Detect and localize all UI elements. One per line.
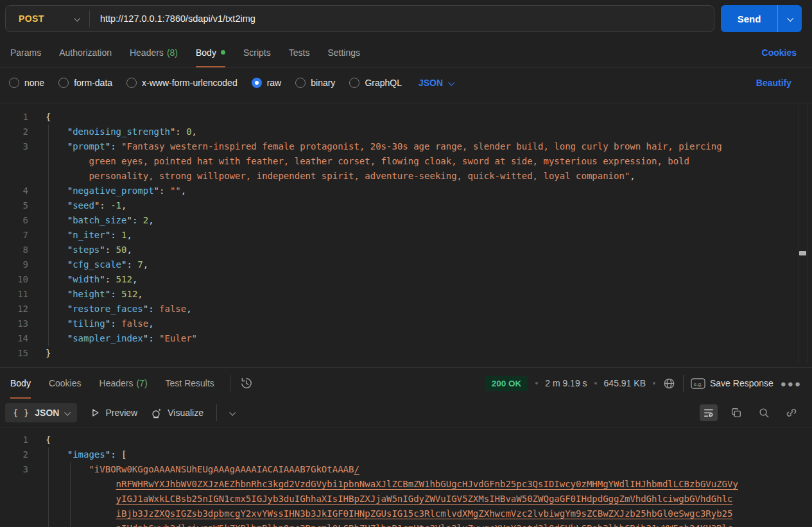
history-icon[interactable] (239, 376, 254, 390)
tab-label: Params (10, 48, 41, 58)
response-tab-headers[interactable]: Headers(7) (99, 368, 148, 399)
response-tab-body[interactable]: Body (10, 368, 31, 399)
response-tabs-list: BodyCookiesHeaders(7)Test Results (5, 368, 223, 399)
line-number: 3 (0, 462, 28, 477)
tab-settings[interactable]: Settings (327, 37, 360, 67)
save-response-label: Save Response (710, 378, 773, 388)
svg-text:e.g.: e.g. (694, 381, 702, 386)
tab-label: Headers (99, 378, 134, 388)
radio-icon (58, 78, 69, 88)
tab-label: Cookies (49, 378, 82, 388)
body-type-radio-binary[interactable]: binary (295, 78, 335, 88)
tab-headers[interactable]: Headers(8) (130, 37, 178, 67)
line-number: 1 (0, 110, 28, 125)
scrollbar-track[interactable] (799, 105, 808, 363)
code-content: "cfg_scale": 7, (28, 259, 148, 270)
tab-params[interactable]: Params (10, 37, 41, 67)
globe-icon[interactable] (662, 377, 676, 390)
chevron-down-icon[interactable] (229, 409, 236, 415)
response-tabs: BodyCookiesHeaders(7)Test Results 200 OK… (0, 368, 812, 399)
body-type-radio-x-www-form-urlencoded[interactable]: x-www-form-urlencoded (126, 78, 238, 88)
tab-authorization[interactable]: Authorization (59, 37, 112, 67)
request-body-editor[interactable]: 1{2 "denoising_strength": 0,3 "prompt": … (0, 103, 812, 367)
code-content: { (28, 112, 51, 122)
line-number: 13 (0, 316, 28, 331)
request-url-input[interactable]: http://127.0.0.1:7860/sdapi/v1/txt2img (90, 13, 255, 24)
radio-label: GraphQL (365, 78, 402, 88)
tab-label: Headers (130, 48, 164, 58)
response-view-actions (700, 404, 800, 421)
tab-label: Test Results (166, 378, 214, 388)
radio-label: x-www-form-urlencoded (142, 78, 238, 88)
copy-icon[interactable] (727, 404, 745, 421)
radio-icon (349, 78, 359, 88)
line-number: 6 (0, 213, 28, 228)
beautify-link[interactable]: Beautify (756, 78, 791, 88)
tab-label: Body (10, 378, 31, 388)
save-response-button[interactable]: e.g. Save Response (691, 378, 773, 389)
code-line: 2 "denoising_strength": 0, (0, 125, 812, 139)
save-example-icon: e.g. (691, 378, 705, 389)
visualize-button[interactable]: Visualize (150, 407, 203, 419)
line-number: 5 (0, 198, 28, 213)
body-type-radio-raw[interactable]: raw (252, 78, 282, 88)
chevron-down-icon (74, 15, 80, 21)
search-icon[interactable] (755, 404, 773, 421)
send-button[interactable]: Send (721, 5, 777, 32)
line-number: 1 (0, 433, 28, 447)
send-options-button[interactable] (777, 5, 802, 32)
code-line: yIGJ1aWxkLCBsb25nIGN1cmx5IGJyb3duIGhhaXI… (0, 492, 812, 506)
code-content: "width": 512, (28, 274, 137, 284)
scrollbar-thumb[interactable] (799, 251, 806, 255)
request-tabs: ParamsAuthorizationHeaders(8)BodyScripts… (0, 37, 812, 68)
method-selector[interactable]: POST (6, 13, 89, 24)
tab-tests[interactable]: Tests (289, 37, 310, 67)
code-line: 1{ (0, 110, 812, 125)
more-options-icon[interactable]: ●●● (781, 378, 802, 389)
request-tabs-list: ParamsAuthorizationHeaders(8)BodyScripts… (5, 37, 369, 67)
code-line: nIHdpbGxwb3dlciwgaW5kZXBlbmRlbnQgc3Bpcml… (0, 521, 812, 527)
code-content: "restore_faces": false, (28, 304, 192, 314)
response-format-select[interactable]: { } JSON (5, 403, 77, 422)
tab-body[interactable]: Body (196, 37, 225, 67)
code-content: "steps": 50, (28, 245, 132, 255)
tab-label: Tests (289, 48, 310, 58)
code-line: 8 "steps": 50, (0, 243, 812, 257)
code-line: personality, strong willpower, independe… (0, 169, 812, 184)
preview-label: Preview (105, 408, 137, 418)
tab-label: Settings (327, 48, 360, 58)
indent-guide (48, 447, 49, 527)
indent-guide (70, 462, 71, 527)
language-select[interactable]: JSON (419, 78, 453, 88)
tab-scripts[interactable]: Scripts (243, 37, 271, 67)
divider (683, 375, 684, 392)
code-content: "batch_size": 2, (28, 215, 154, 225)
chevron-down-icon (787, 15, 793, 21)
divider (216, 404, 217, 421)
code-content: nIHdpbGxwb3dlciwgaW5kZXBlbmRlbnQgc3Bpcml… (28, 523, 732, 527)
body-type-radio-graphql[interactable]: GraphQL (349, 78, 402, 88)
code-line: 12 "restore_faces": false, (0, 302, 812, 316)
code-line: 2 "images": [ (0, 447, 812, 462)
body-type-row: noneform-datax-www-form-urlencodedrawbin… (0, 68, 812, 98)
body-type-radio-none[interactable]: none (9, 78, 44, 88)
response-tab-cookies[interactable]: Cookies (49, 368, 82, 399)
code-line: 3 "iVBORw0KGgoAAAANSUhEUgAAAgAAAAIACAIAA… (0, 462, 812, 477)
visualize-label: Visualize (168, 408, 203, 418)
code-content: "n_iter": 1, (28, 230, 132, 240)
wrap-text-icon[interactable] (700, 404, 718, 421)
modified-dot-icon (221, 50, 225, 55)
response-tab-test-results[interactable]: Test Results (166, 368, 214, 399)
response-body-viewer[interactable]: 1{2 "images": [3 "iVBORw0KGgoAAAANSUhEUg… (0, 427, 812, 527)
tab-label: Authorization (59, 48, 112, 58)
code-content: "negative_prompt": "", (28, 186, 186, 196)
code-line: 15} (0, 346, 812, 361)
code-line: 9 "cfg_scale": 7, (0, 257, 812, 272)
cookies-link[interactable]: Cookies (762, 48, 797, 58)
link-icon[interactable] (782, 404, 800, 421)
indent-guide (48, 125, 49, 346)
preview-button[interactable]: Preview (90, 408, 137, 418)
request-url-bar: POST http://127.0.0.1:7860/sdapi/v1/txt2… (0, 0, 812, 37)
history-area (230, 368, 254, 399)
body-type-radio-form-data[interactable]: form-data (58, 78, 112, 88)
